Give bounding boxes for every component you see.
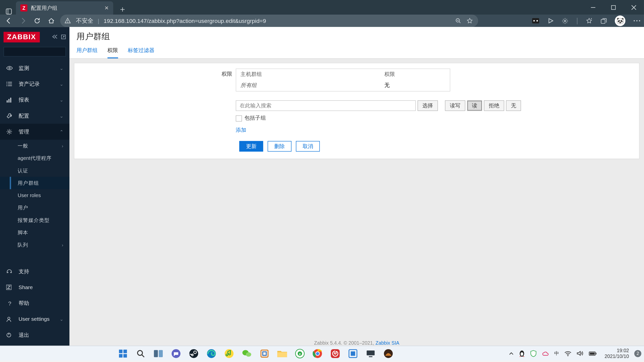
nav-configuration[interactable]: 配置 ⌄ [0,108,69,124]
perm-deny-button[interactable]: 拒绝 [484,100,504,111]
tab-tagfilter[interactable]: 标签过滤器 [128,44,154,58]
hostgroup-search-input[interactable] [236,100,416,111]
qqmusic-icon[interactable] [223,347,235,359]
wechat-icon[interactable] [241,347,253,359]
nav-share[interactable]: Share [0,279,69,295]
select-button[interactable]: 选择 [418,100,438,111]
address-bar[interactable]: 不安全 | 192.168.100.147/zabbix.php?action=… [60,15,478,27]
collections-icon[interactable] [600,17,607,24]
sub-scripts[interactable]: 脚本 [0,226,69,239]
nav-support[interactable]: 支持 [0,263,69,279]
sub-proxies[interactable]: agent代理程序 [0,152,69,164]
perm-none-button[interactable]: 无 [506,100,521,111]
more-icon[interactable] [633,20,640,22]
windows-taskbar: e 中 19:02 2021/10/10 2 [0,346,644,361]
new-tab-button[interactable]: ＋ [116,4,129,15]
nav-reports[interactable]: 报表 ⌄ [0,92,69,108]
form-panel: 权限 主机群组 权限 所有组 无 [74,63,640,159]
power-icon [6,332,13,338]
extension-icon[interactable] [532,18,540,24]
sub-general[interactable]: 一般› [0,140,69,152]
cancel-button[interactable]: 取消 [296,141,320,152]
nav-usersettings[interactable]: User settings ⌄ [0,311,69,327]
window-minimize-button[interactable] [583,0,603,15]
forward-button[interactable] [18,16,28,26]
play-icon[interactable] [547,18,554,24]
vmware-icon[interactable] [259,347,271,359]
chat-icon[interactable] [170,347,182,359]
close-icon[interactable]: ✕ [104,5,109,11]
user-app-icon[interactable] [382,347,395,359]
update-button[interactable]: 更新 [239,141,263,152]
sidebar-popout-icon[interactable] [61,34,66,39]
svg-rect-56 [277,352,287,357]
nav-monitoring[interactable]: 监测 ⌄ [0,60,69,76]
edge-icon[interactable] [206,347,218,359]
favorites-icon[interactable] [586,18,592,24]
home-button[interactable] [46,16,57,26]
sub-authentication[interactable]: 认证 [0,164,69,177]
tab-permissions[interactable]: 权限 [107,44,118,58]
browser-tab[interactable]: Z 配置用户组 ✕ [16,1,113,15]
back-button[interactable] [4,16,14,26]
wifi-icon[interactable] [564,351,571,356]
nav-signout[interactable]: 退出 [0,327,69,343]
reload-button[interactable] [32,16,43,26]
sub-userroles[interactable]: User roles [0,189,69,202]
netease-icon[interactable] [329,347,342,359]
include-subgroups-checkbox[interactable] [236,115,242,121]
sub-usergroups[interactable]: 用户群组 [0,177,69,189]
search-button[interactable] [135,347,147,359]
security-tray-icon[interactable] [530,350,537,357]
user-icon [6,316,13,322]
nav-help[interactable]: ? 帮助 [0,295,69,311]
taskview-button[interactable] [152,347,165,359]
delete-button[interactable]: 删除 [268,141,292,152]
add-link[interactable]: 添加 [236,126,246,134]
sidebar-collapse-icon[interactable] [52,34,57,39]
window-maximize-button[interactable] [603,0,624,15]
explorer-icon[interactable] [276,347,289,359]
zabbix-logo[interactable]: ZABBIX [4,32,39,42]
sub-queue[interactable]: 队列› [0,239,69,251]
footer-link[interactable]: Zabbix SIA [376,340,399,346]
360-icon[interactable]: e [294,347,306,359]
col-hostgroup: 主机群组 [236,69,380,80]
notification-badge[interactable]: 2 [634,350,641,357]
svg-point-18 [639,20,640,21]
svg-rect-11 [532,18,539,23]
qq-tray-icon[interactable] [519,350,525,357]
perm-read-button[interactable]: 读 [467,100,482,111]
tray-chevron-icon[interactable] [509,352,514,355]
tab-usergroup[interactable]: 用户群组 [76,44,98,58]
sidebar-search-input[interactable] [7,49,68,54]
start-button[interactable] [117,347,129,359]
zoom-icon[interactable] [455,18,462,24]
cloud-tray-icon[interactable] [542,351,549,356]
list-icon [6,81,13,87]
url-text: 192.168.100.147/zabbix.php?action=usergr… [104,17,451,24]
perm-readwrite-button[interactable]: 读写 [445,100,465,111]
battery-icon[interactable] [589,351,597,356]
profile-avatar[interactable]: 🐼 [615,16,625,26]
ime-indicator[interactable]: 中 [554,350,559,356]
sub-mediatypes[interactable]: 报警媒介类型 [0,214,69,226]
chrome-icon[interactable] [312,347,324,359]
svg-line-42 [142,355,144,357]
include-subgroups-label: 包括子组 [245,114,266,122]
nav-inventory[interactable]: 资产记录 ⌄ [0,76,69,92]
chevron-down-icon: ⌄ [60,317,63,322]
sidebar-search[interactable] [4,47,66,57]
tab-actions-button[interactable] [2,8,16,15]
gear-icon[interactable] [562,17,568,24]
volume-icon[interactable] [577,350,583,356]
favorite-icon[interactable] [467,18,474,24]
nav-administration[interactable]: 管理 ⌃ [0,124,69,140]
sub-users[interactable]: 用户 [0,202,69,214]
sandbox-icon[interactable] [347,347,359,359]
svg-rect-40 [124,354,127,357]
taskbar-clock[interactable]: 19:02 2021/10/10 [605,348,629,359]
device-icon[interactable] [365,347,377,359]
window-close-button[interactable] [624,0,644,15]
steam-icon[interactable] [188,347,200,359]
